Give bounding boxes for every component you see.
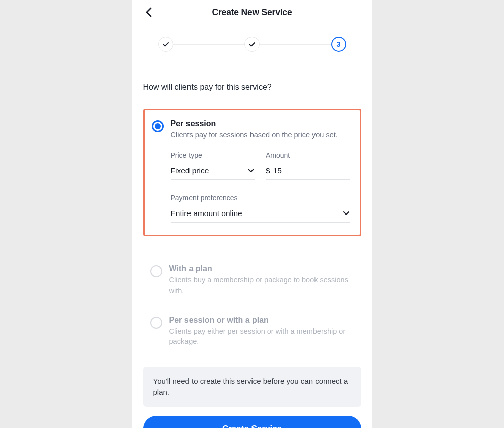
page-title: Create New Service xyxy=(212,7,292,18)
radio-per-session[interactable] xyxy=(152,120,164,132)
per-or-plan-desc: Clients pay either per session or with a… xyxy=(169,326,351,347)
per-session-body: Per session Clients pay for sessions bas… xyxy=(171,119,350,223)
price-type-select[interactable]: Fixed price xyxy=(171,163,255,180)
check-icon xyxy=(162,41,169,48)
amount-label: Amount xyxy=(266,151,350,159)
with-plan-desc: Clients buy a membership or package to b… xyxy=(169,275,351,296)
per-or-plan-option[interactable]: Per session or with a plan Clients pay e… xyxy=(143,316,361,347)
chevron-down-icon xyxy=(247,168,255,173)
progress-stepper: 3 xyxy=(132,28,372,66)
amount-currency: $ xyxy=(266,166,270,175)
payment-pref-label: Payment preferences xyxy=(171,194,350,202)
with-plan-title: With a plan xyxy=(169,264,351,273)
price-type-value: Fixed price xyxy=(171,166,209,175)
content-area: How will clients pay for this service? P… xyxy=(132,66,372,428)
step-2-done xyxy=(244,37,260,52)
payment-pref-select[interactable]: Entire amount online xyxy=(171,206,350,223)
create-service-button[interactable]: Create Service xyxy=(143,416,361,428)
question-text: How will clients pay for this service? xyxy=(143,83,361,92)
price-type-label: Price type xyxy=(171,151,255,159)
back-button[interactable] xyxy=(143,6,155,18)
amount-input[interactable]: $ 15 xyxy=(266,163,350,180)
step-1-done xyxy=(158,37,173,52)
amount-value: 15 xyxy=(273,166,282,175)
header: Create New Service xyxy=(132,0,372,28)
price-type-field: Price type Fixed price xyxy=(171,151,255,180)
payment-pref-value: Entire amount online xyxy=(171,209,242,218)
create-service-screen: Create New Service 3 How will clients pa… xyxy=(132,0,372,428)
chevron-down-icon xyxy=(343,211,350,216)
per-or-plan-title: Per session or with a plan xyxy=(169,316,351,325)
plan-connect-notice: You'll need to create this service befor… xyxy=(143,367,361,407)
step-3-active: 3 xyxy=(331,37,346,52)
amount-field: Amount $ 15 xyxy=(266,151,350,180)
with-plan-option[interactable]: With a plan Clients buy a membership or … xyxy=(143,264,361,296)
chevron-left-icon xyxy=(145,7,153,17)
radio-with-plan[interactable] xyxy=(150,265,162,277)
radio-per-or-plan[interactable] xyxy=(150,317,162,329)
per-session-desc: Clients pay for sessions based on the pr… xyxy=(171,130,350,140)
per-session-option-highlighted: Per session Clients pay for sessions bas… xyxy=(143,109,361,236)
payment-pref-field: Payment preferences Entire amount online xyxy=(171,194,350,223)
per-session-title: Per session xyxy=(171,119,350,128)
check-icon xyxy=(248,41,256,48)
